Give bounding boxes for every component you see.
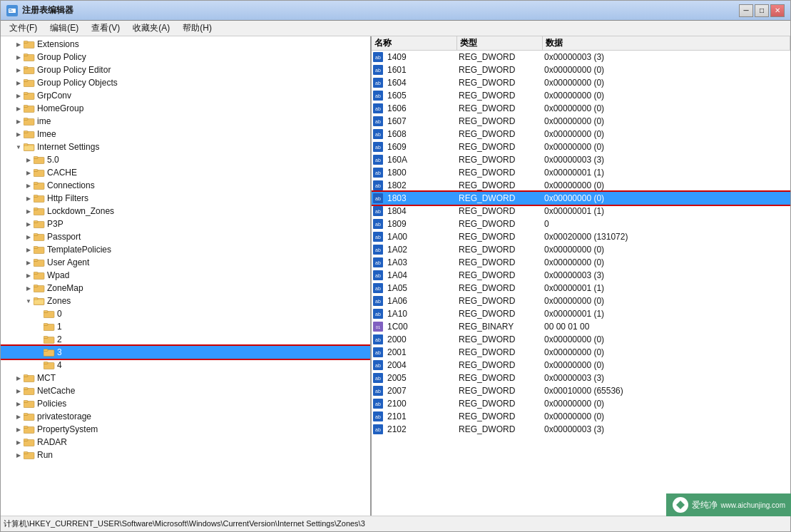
tree-expander[interactable]: ▶ [24, 219, 34, 229]
tree-item[interactable]: ▶ Wpad [1, 269, 370, 282]
col-header-data[interactable]: 数据 [543, 36, 790, 51]
tree-expander[interactable]: ▶ [14, 450, 24, 460]
tree-item[interactable]: ▶ GrpConv [1, 89, 370, 102]
minimize-button[interactable]: ─ [739, 4, 753, 17]
values-scroll[interactable]: ab 1409REG_DWORD0x00000003 (3) ab 1601RE… [372, 51, 790, 516]
tree-item[interactable]: ▶ Run [1, 449, 370, 461]
tree-item[interactable]: ▶ MCT [1, 372, 370, 384]
tree-item[interactable]: 2 [1, 333, 370, 346]
registry-row[interactable]: ab 1804REG_DWORD0x00000001 (1) [372, 205, 790, 218]
tree-item[interactable]: 0 [1, 307, 370, 320]
tree-expander[interactable] [34, 334, 44, 344]
tree-item[interactable]: 4 [1, 359, 370, 372]
registry-row[interactable]: ab 1A06REG_DWORD0x00000000 (0) [372, 295, 790, 307]
registry-row[interactable]: ab 1A04REG_DWORD0x00000003 (3) [372, 269, 790, 282]
tree-expander[interactable]: ▶ [14, 437, 24, 447]
tree-item[interactable]: 1 [1, 320, 370, 333]
tree-item[interactable]: ▶ User Agent [1, 256, 370, 269]
tree-item[interactable]: ▶ ime [1, 115, 370, 128]
tree-item[interactable]: ▶ CACHE [1, 166, 370, 179]
tree-expander[interactable]: ▶ [14, 386, 24, 396]
tree-item[interactable]: ▶ NetCache [1, 384, 370, 397]
tree-expander[interactable]: ▶ [24, 155, 34, 165]
tree-item[interactable]: ▶ Connections [1, 179, 370, 192]
tree-item[interactable]: 3 [1, 346, 370, 359]
tree-item[interactable]: ▶ Lockdown_Zones [1, 205, 370, 218]
registry-row[interactable]: ab 1608REG_DWORD0x00000000 (0) [372, 128, 790, 140]
registry-row[interactable]: ab 2004REG_DWORD0x00000000 (0) [372, 359, 790, 372]
registry-row[interactable]: ab 1605REG_DWORD0x00000000 (0) [372, 89, 790, 102]
col-header-type[interactable]: 类型 [457, 36, 543, 51]
registry-row[interactable]: ab 1A02REG_DWORD0x00000000 (0) [372, 243, 790, 256]
tree-item[interactable]: ▶ privatestorage [1, 410, 370, 423]
tree-expander[interactable]: ▶ [24, 232, 34, 242]
registry-row[interactable]: ab 1607REG_DWORD0x00000000 (0) [372, 115, 790, 128]
close-button[interactable]: ✕ [770, 4, 785, 17]
tree-item[interactable]: ▶ PropertySystem [1, 423, 370, 436]
registry-row[interactable]: ab 1A10REG_DWORD0x00000001 (1) [372, 307, 790, 320]
tree-item[interactable]: ▶ ZoneMap [1, 282, 370, 295]
registry-row[interactable]: ab 1601REG_DWORD0x00000000 (0) [372, 63, 790, 76]
tree-expander[interactable] [34, 322, 44, 332]
registry-row[interactable]: ab 1409REG_DWORD0x00000003 (3) [372, 51, 790, 63]
tree-item[interactable]: ▶ 5.0 [1, 153, 370, 166]
tree-expander[interactable]: ▶ [14, 116, 24, 126]
registry-row[interactable]: ab 2007REG_DWORD0x00010000 (65536) [372, 384, 790, 397]
registry-row[interactable]: ab 1803REG_DWORD0x00000000 (0) [372, 192, 790, 205]
tree-item[interactable]: ▶ RADAR [1, 436, 370, 449]
tree-item[interactable]: ▶ Group Policy Objects [1, 76, 370, 89]
registry-row[interactable]: ab 1800REG_DWORD0x00000001 (1) [372, 166, 790, 179]
registry-row[interactable]: ab 1809REG_DWORD0 [372, 218, 790, 230]
tree-expander[interactable]: ▶ [14, 91, 24, 101]
tree-expander[interactable]: ▶ [14, 39, 24, 49]
tree-expander[interactable]: ▶ [24, 245, 34, 255]
tree-expander[interactable]: ▶ [24, 168, 34, 178]
tree-expander[interactable]: ▶ [14, 373, 24, 383]
menu-help[interactable]: 帮助(H) [177, 21, 218, 36]
tree-expander[interactable]: ▶ [24, 283, 34, 293]
menu-file[interactable]: 文件(F) [4, 21, 43, 36]
tree-expander[interactable]: ▶ [14, 52, 24, 62]
registry-row[interactable]: ab 1802REG_DWORD0x00000000 (0) [372, 179, 790, 192]
tree-expander[interactable]: ▶ [14, 399, 24, 409]
registry-row[interactable]: 01 1C00REG_BINARY00 00 01 00 [372, 320, 790, 333]
registry-row[interactable]: ab 1A00REG_DWORD0x00020000 (131072) [372, 230, 790, 243]
registry-row[interactable]: ab 1606REG_DWORD0x00000000 (0) [372, 102, 790, 115]
tree-scroll[interactable]: ▶ Extensions▶ Group Policy▶ Group Policy… [1, 36, 370, 516]
registry-row[interactable]: ab 1A03REG_DWORD0x00000000 (0) [372, 256, 790, 269]
tree-expander[interactable] [34, 309, 44, 319]
tree-item[interactable]: ▶ Group Policy [1, 51, 370, 63]
tree-expander[interactable]: ▶ [24, 193, 34, 203]
menu-edit[interactable]: 编辑(E) [44, 21, 84, 36]
tree-expander[interactable]: ▼ [24, 296, 34, 306]
tree-item[interactable]: ▶ Imee [1, 128, 370, 140]
tree-item[interactable]: ▶ TemplatePolicies [1, 243, 370, 256]
tree-expander[interactable]: ▶ [24, 270, 34, 280]
tree-item[interactable]: ▶ HomeGroup [1, 102, 370, 115]
registry-row[interactable]: ab 2100REG_DWORD0x00000000 (0) [372, 397, 790, 410]
tree-expander[interactable]: ▶ [24, 206, 34, 216]
maximize-button[interactable]: □ [755, 4, 769, 17]
tree-expander[interactable] [34, 360, 44, 370]
tree-expander[interactable]: ▶ [14, 78, 24, 88]
tree-item[interactable]: ▶ Policies [1, 397, 370, 410]
registry-row[interactable]: ab 2101REG_DWORD0x00000000 (0) [372, 410, 790, 423]
registry-row[interactable]: ab 2005REG_DWORD0x00000003 (3) [372, 372, 790, 384]
tree-item[interactable]: ▶ Passport [1, 230, 370, 243]
tree-expander[interactable] [34, 347, 44, 357]
tree-item[interactable]: ▶ Group Policy Editor [1, 63, 370, 76]
registry-row[interactable]: ab 160AREG_DWORD0x00000003 (3) [372, 153, 790, 166]
tree-item[interactable]: ▼ Internet Settings [1, 140, 370, 153]
registry-row[interactable]: ab 2001REG_DWORD0x00000000 (0) [372, 346, 790, 359]
registry-row[interactable]: ab 2102REG_DWORD0x00000003 (3) [372, 423, 790, 436]
tree-expander[interactable]: ▶ [14, 65, 24, 75]
tree-expander[interactable]: ▼ [14, 142, 24, 152]
tree-expander[interactable]: ▶ [14, 103, 24, 113]
tree-expander[interactable]: ▶ [14, 129, 24, 139]
tree-expander[interactable]: ▶ [14, 411, 24, 421]
tree-expander[interactable]: ▶ [24, 180, 34, 190]
menu-view[interactable]: 查看(V) [86, 21, 126, 36]
tree-item[interactable]: ▶ P3P [1, 218, 370, 230]
tree-item[interactable]: ▼ Zones [1, 295, 370, 307]
registry-row[interactable]: ab 1609REG_DWORD0x00000000 (0) [372, 140, 790, 153]
